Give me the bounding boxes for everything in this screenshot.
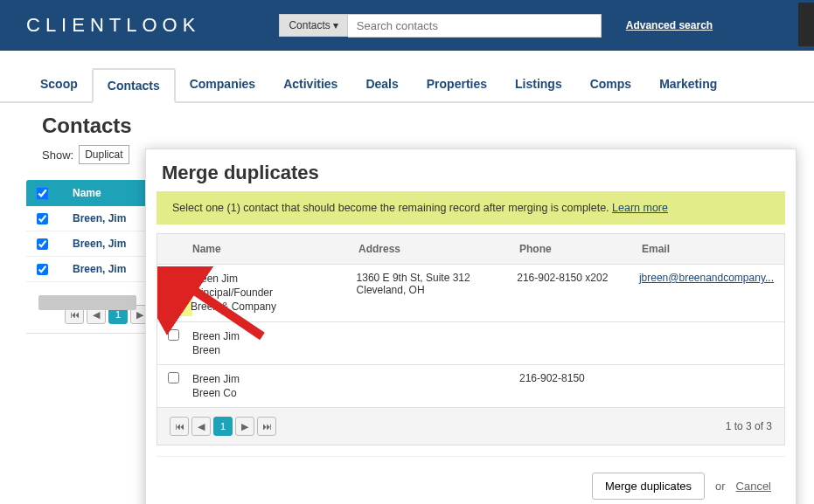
dialog-table-header: Name Address Phone Email [157,234,784,264]
search-input[interactable] [348,14,602,38]
tab-marketing[interactable]: Marketing [645,68,731,101]
row-select-checkbox[interactable] [168,329,179,334]
tab-listings[interactable]: Listings [501,68,576,101]
row-email-cell: jbreen@breenandcompany... [639,272,774,314]
dialog-instruction-banner: Select one (1) contact that should becom… [157,191,785,224]
search-area: Contacts ▾ [279,14,601,38]
tab-deals[interactable]: Deals [351,68,412,101]
advanced-search-link[interactable]: Advanced search [626,19,713,31]
search-scope-selector[interactable]: Contacts ▾ [279,14,347,37]
tab-companies[interactable]: Companies [176,68,269,101]
search-scope-label: Contacts [289,19,330,31]
app-logo: CLIENTLOOK [26,14,200,37]
table-row[interactable]: Breen Jim Principal/Founder Breen & Comp… [157,264,784,321]
caret-down-icon: ▾ [333,19,338,31]
email-link[interactable]: jbreen@breenandcompany... [639,272,774,284]
tab-contacts[interactable]: Contacts [92,68,176,103]
select-all-checkbox[interactable] [36,187,48,199]
logo-part1: CLIENT [26,14,126,36]
learn-more-link[interactable]: Learn more [612,202,668,214]
dialog-title: Merge duplicates [146,149,796,186]
row-name-cell: Breen Jim Breen [192,329,358,334]
table-row[interactable]: Breen Jim Breen [157,321,784,334]
row-name-cell: Breen Jim Principal/Founder Breen & Comp… [191,272,357,314]
filter-select[interactable]: Duplicat [79,145,129,164]
page-title: Contacts [42,114,814,138]
col-name: Name [192,243,358,255]
col-email: Email [642,243,774,255]
contact-name-link[interactable]: Breen, Jim [73,212,126,224]
row-select-checkbox[interactable] [170,272,181,283]
tab-comps[interactable]: Comps [576,68,645,101]
top-bar: CLIENTLOOK Contacts ▾ Advanced search [0,0,814,51]
row-checkbox[interactable] [37,213,48,224]
avatar[interactable] [798,3,814,46]
horizontal-scrollbar-thumb[interactable] [38,295,136,310]
dialog-table: Name Address Phone Email Breen Jim Princ… [157,233,785,334]
row-checkbox[interactable] [37,264,48,275]
main-tabs: Scoop Contacts Companies Activities Deal… [0,51,814,103]
logo-part2: LOOK [126,14,200,36]
contact-name-link[interactable]: Breen, Jim [73,238,126,250]
merge-duplicates-dialog: Merge duplicates Select one (1) contact … [145,148,797,334]
row-phone-cell: 216-902-8150 x202 [517,272,639,314]
tab-activities[interactable]: Activities [269,68,351,101]
row-checkbox[interactable] [37,238,48,250]
col-address: Address [358,243,519,255]
tab-properties[interactable]: Properties [413,68,501,101]
dialog-instruction-text: Select one (1) contact that should becom… [172,202,612,214]
col-phone: Phone [519,243,642,255]
col-name-header: Name [73,187,101,199]
row-address-cell: 1360 E 9th St, Suite 312 Cleveland, OH [357,272,518,314]
filter-label: Show: [42,148,73,162]
tab-scoop[interactable]: Scoop [26,68,92,101]
contact-name-link[interactable]: Breen, Jim [73,263,126,275]
